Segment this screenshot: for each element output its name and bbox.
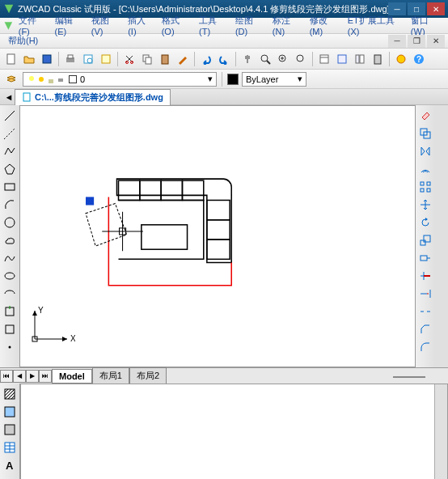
tab-layout1[interactable]: 布局1 bbox=[92, 367, 129, 384]
open-button[interactable] bbox=[21, 51, 37, 67]
make-block-tool[interactable] bbox=[2, 322, 17, 337]
menu-format[interactable]: 格式(O) bbox=[157, 13, 194, 38]
svg-rect-20 bbox=[338, 55, 346, 63]
stretch-tool[interactable] bbox=[418, 251, 433, 265]
menu-tools[interactable]: 工具(T) bbox=[194, 13, 230, 38]
copy-button[interactable] bbox=[139, 51, 155, 67]
cut-button[interactable] bbox=[121, 51, 137, 67]
redo-button[interactable] bbox=[216, 51, 232, 67]
print-button[interactable] bbox=[62, 51, 78, 67]
tab-next[interactable]: ▶ bbox=[26, 370, 39, 383]
print-preview-button[interactable] bbox=[80, 51, 96, 67]
menu-annotate[interactable]: 标注(N) bbox=[268, 13, 305, 38]
trim-tool[interactable] bbox=[418, 269, 433, 283]
circle-tool[interactable] bbox=[2, 215, 17, 230]
publish-button[interactable] bbox=[98, 51, 114, 67]
svg-point-7 bbox=[126, 61, 129, 63]
menu-modify[interactable]: 修改(M) bbox=[305, 13, 343, 38]
ellipse-arc-tool[interactable] bbox=[2, 286, 17, 301]
svg-rect-49 bbox=[142, 225, 188, 249]
hatch-tool[interactable] bbox=[2, 387, 17, 401]
svg-rect-3 bbox=[68, 55, 73, 58]
break-tool[interactable] bbox=[418, 304, 433, 319]
rotate-tool[interactable] bbox=[418, 215, 433, 230]
copy-tool[interactable] bbox=[418, 126, 433, 141]
print-icon bbox=[56, 74, 66, 84]
calculator-button[interactable] bbox=[370, 51, 386, 67]
properties-button[interactable] bbox=[316, 51, 332, 67]
command-output[interactable] bbox=[20, 384, 448, 479]
fillet-tool[interactable] bbox=[418, 340, 433, 354]
layer-dropdown[interactable]: 0 ▾ bbox=[23, 72, 217, 87]
undo-button[interactable] bbox=[198, 51, 214, 67]
mdi-minimize-button[interactable]: ─ bbox=[388, 35, 406, 48]
menu-help[interactable]: 帮助(H) bbox=[3, 33, 43, 49]
point-tool[interactable] bbox=[2, 340, 17, 354]
pan-button[interactable] bbox=[239, 51, 256, 67]
tab-prev[interactable]: ◀ bbox=[13, 370, 26, 383]
scale-tool[interactable] bbox=[418, 233, 433, 248]
drawing-canvas[interactable]: X Y bbox=[19, 105, 416, 367]
document-tabs: ◄ C:\...剪线段完善沙发组图形.dwg bbox=[0, 89, 448, 105]
spline-tool[interactable] bbox=[2, 251, 17, 265]
svg-text:A: A bbox=[6, 460, 14, 472]
new-button[interactable] bbox=[3, 51, 19, 67]
mdi-close-button[interactable]: ✕ bbox=[427, 35, 445, 48]
tab-first[interactable]: ⏮ bbox=[0, 370, 13, 383]
mdi-restore-button[interactable]: ❐ bbox=[408, 35, 425, 48]
match-props-button[interactable] bbox=[175, 51, 191, 67]
menu-insert[interactable]: 插入(I) bbox=[123, 13, 156, 38]
polygon-tool[interactable] bbox=[2, 162, 17, 176]
svg-rect-73 bbox=[5, 425, 15, 434]
tab-last[interactable]: ⏭ bbox=[39, 370, 52, 383]
menu-draw[interactable]: 绘图(D) bbox=[230, 13, 268, 38]
tool-palettes-button[interactable] bbox=[352, 51, 368, 67]
offset-tool[interactable] bbox=[418, 162, 433, 176]
tab-scroll-left[interactable]: ◄ bbox=[3, 92, 15, 102]
gradient-tool[interactable] bbox=[2, 405, 17, 419]
move-tool[interactable] bbox=[418, 197, 433, 212]
zoom-realtime-button[interactable] bbox=[257, 51, 273, 67]
erase-tool[interactable] bbox=[418, 108, 433, 123]
tab-layout2[interactable]: 布局2 bbox=[129, 367, 167, 384]
svg-point-8 bbox=[131, 61, 133, 63]
polyline-tool[interactable] bbox=[2, 144, 17, 159]
tab-model[interactable]: Model bbox=[52, 369, 92, 384]
zoom-previous-button[interactable] bbox=[293, 51, 309, 67]
extend-tool[interactable] bbox=[418, 286, 433, 301]
insert-block-tool[interactable] bbox=[2, 304, 17, 319]
dropdown-arrow-icon: ▾ bbox=[208, 74, 213, 84]
help-button[interactable]: ? bbox=[411, 51, 427, 67]
table-tool[interactable] bbox=[2, 440, 17, 455]
svg-rect-31 bbox=[23, 93, 30, 101]
array-tool[interactable] bbox=[418, 180, 433, 194]
zoom-window-button[interactable] bbox=[275, 51, 291, 67]
lower-area: A 命令: bbox=[0, 384, 448, 479]
rectangle-tool[interactable] bbox=[2, 180, 17, 194]
mirror-tool[interactable] bbox=[418, 144, 433, 159]
design-center-button[interactable] bbox=[334, 51, 350, 67]
mtext-tool[interactable]: A bbox=[2, 458, 17, 473]
ellipse-tool[interactable] bbox=[2, 269, 17, 283]
linetype-dropdown[interactable]: ByLayer ▾ bbox=[242, 72, 306, 87]
mdi-controls: ─ ❐ ✕ bbox=[388, 35, 445, 48]
clean-screen-button[interactable] bbox=[393, 51, 409, 67]
menu-edit[interactable]: 编辑(E) bbox=[50, 13, 87, 38]
region-tool[interactable] bbox=[2, 422, 17, 437]
menu-view[interactable]: 视图(V) bbox=[87, 13, 123, 38]
command-vscroll[interactable] bbox=[434, 384, 447, 479]
svg-line-32 bbox=[5, 111, 15, 121]
construction-line-tool[interactable] bbox=[2, 126, 17, 141]
save-button[interactable] bbox=[39, 51, 55, 67]
color-swatch[interactable] bbox=[227, 74, 239, 85]
arc-tool[interactable] bbox=[2, 197, 17, 212]
layer-manager-button[interactable] bbox=[3, 71, 19, 87]
line-tool[interactable] bbox=[2, 108, 17, 123]
paste-button[interactable] bbox=[157, 51, 173, 67]
svg-rect-45 bbox=[182, 180, 203, 200]
canvas-vscroll[interactable] bbox=[435, 105, 448, 367]
document-tab[interactable]: C:\...剪线段完善沙发组图形.dwg bbox=[15, 89, 171, 105]
properties-toolbar: 0 ▾ ByLayer ▾ bbox=[0, 70, 448, 89]
revision-cloud-tool[interactable] bbox=[2, 233, 17, 248]
chamfer-tool[interactable] bbox=[418, 322, 433, 337]
